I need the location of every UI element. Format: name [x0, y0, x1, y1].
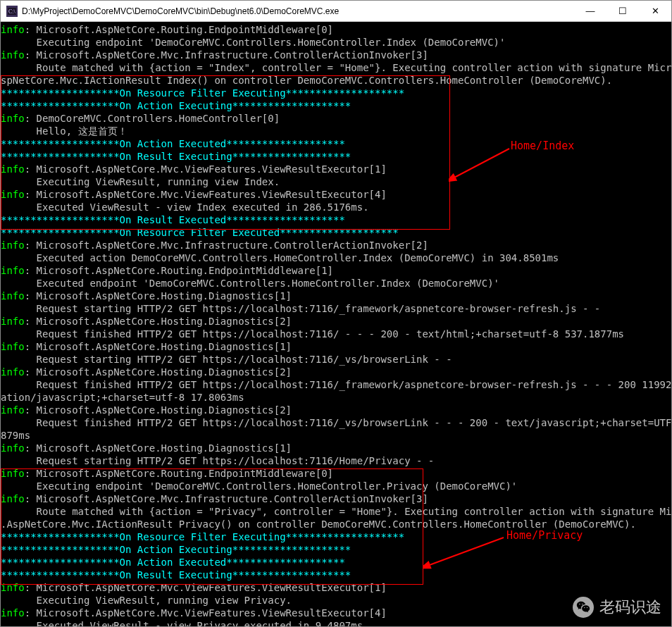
maximize-button[interactable]: ☐	[606, 1, 639, 21]
console-text: Executing endpoint 'DemoCoreMVC.Controll…	[1, 480, 517, 492]
console-line: info: Microsoft.AspNetCore.Hosting.Diagn…	[1, 442, 671, 454]
console-line: Executing endpoint 'DemoCoreMVC.Controll…	[1, 36, 671, 49]
console-text: : Microsoft.AspNetCore.Hosting.Diagnosti…	[25, 316, 292, 327]
console-text: Request finished HTTP/2 GET https://loca…	[1, 417, 671, 428]
console-text: info	[1, 163, 25, 175]
console-line: info: DemoCoreMVC.Controllers.HomeContro…	[1, 112, 671, 125]
console-line: spNetCore.Mvc.IActionResult Index() on c…	[1, 74, 671, 87]
console-text: Request starting HTTP/2 GET https://loca…	[1, 303, 600, 314]
console-line: Executed endpoint 'DemoCoreMVC.Controlle…	[1, 277, 671, 290]
console-text: info	[1, 442, 25, 454]
console-text: info	[1, 366, 25, 378]
console-text: ********************On Action Executed**…	[1, 138, 345, 149]
console-line: Route matched with {action = "Privacy", …	[1, 505, 671, 518]
app-icon: C:\	[6, 6, 18, 17]
console-text: : Microsoft.AspNetCore.Routing.EndpointM…	[25, 468, 333, 479]
console-text: : Microsoft.AspNetCore.Mvc.Infrastructur…	[25, 240, 428, 251]
console-text: info	[1, 113, 25, 124]
console-text: 879ms	[1, 430, 30, 441]
console-line: info: Microsoft.AspNetCore.Mvc.ViewFeatu…	[1, 607, 671, 619]
console-line: info: Microsoft.AspNetCore.Routing.Endpo…	[1, 23, 671, 36]
console-line: 879ms	[1, 429, 671, 442]
minimize-button[interactable]: —	[574, 1, 606, 21]
console-text: Executed ViewResult - view Privacy execu…	[1, 620, 369, 626]
console-line: ********************On Resource Filter E…	[1, 226, 671, 239]
console-text: info	[1, 189, 25, 200]
console-text: ********************On Resource Filter E…	[1, 227, 399, 238]
console-text: : Microsoft.AspNetCore.Mvc.Infrastructur…	[25, 49, 428, 61]
console-line: Request finished HTTP/2 GET https://loca…	[1, 378, 671, 391]
console-text: : Microsoft.AspNetCore.Hosting.Diagnosti…	[25, 290, 292, 302]
console-text: : Microsoft.AspNetCore.Mvc.ViewFeatures.…	[25, 163, 387, 175]
console-line: Executed ViewResult - view Privacy execu…	[1, 619, 671, 626]
console-text: Executing ViewResult, running view Priva…	[1, 595, 292, 606]
console-text: : Microsoft.AspNetCore.Hosting.Diagnosti…	[25, 366, 292, 378]
console-line: info: Microsoft.AspNetCore.Mvc.ViewFeatu…	[1, 188, 671, 201]
console-line: info: Microsoft.AspNetCore.Hosting.Diagn…	[1, 366, 671, 378]
console-text: info	[1, 265, 25, 276]
window-buttons: — ☐ ✕	[574, 1, 671, 21]
console-text: info	[1, 240, 25, 251]
console-line: Request starting HTTP/2 GET https://loca…	[1, 454, 671, 467]
console-text: : Microsoft.AspNetCore.Hosting.Diagnosti…	[25, 404, 292, 416]
console-text: : Microsoft.AspNetCore.Mvc.ViewFeatures.…	[25, 582, 387, 593]
console-line: info: Microsoft.AspNetCore.Mvc.Infrastru…	[1, 492, 671, 505]
console-line: ********************On Action Executing*…	[1, 99, 671, 112]
console-text: Route matched with {action = "Privacy", …	[1, 506, 671, 517]
console-text: Executing ViewResult, running view Index…	[1, 176, 280, 187]
console-text: ********************On Result Executing*…	[1, 569, 351, 581]
console-line: info: Microsoft.AspNetCore.Hosting.Diagn…	[1, 315, 671, 328]
console-text: Route matched with {action = "Index", co…	[1, 62, 671, 73]
console-line: ********************On Action Executed**…	[1, 556, 671, 569]
console-text: info	[1, 24, 25, 35]
window-title: D:\MyProject\DemoCoreMVC\DemoCoreMVC\bin…	[22, 6, 574, 16]
console-text: Executed endpoint 'DemoCoreMVC.Controlle…	[1, 278, 499, 289]
console-text: ********************On Resource Filter E…	[1, 87, 404, 99]
console-line: Request starting HTTP/2 GET https://loca…	[1, 302, 671, 315]
console-text: : Microsoft.AspNetCore.Routing.EndpointM…	[25, 24, 333, 35]
console-text: : Microsoft.AspNetCore.Hosting.Diagnosti…	[25, 341, 292, 352]
console-text: : Microsoft.AspNetCore.Routing.EndpointM…	[25, 265, 333, 276]
console-text: ********************On Action Executed**…	[1, 557, 345, 568]
console-line: info: Microsoft.AspNetCore.Mvc.Infrastru…	[1, 239, 671, 252]
console-text: info	[1, 582, 25, 593]
console-line: Request starting HTTP/2 GET https://loca…	[1, 353, 671, 366]
console-window: C:\ D:\MyProject\DemoCoreMVC\DemoCoreMVC…	[0, 0, 672, 627]
console-text: : DemoCoreMVC.Controllers.HomeController…	[25, 113, 280, 124]
console-line: info: Microsoft.AspNetCore.Routing.Endpo…	[1, 264, 671, 277]
console-text: ********************On Result Executed**…	[1, 214, 345, 225]
console-text: Request starting HTTP/2 GET https://loca…	[1, 354, 452, 365]
console-text: Request starting HTTP/2 GET https://loca…	[1, 455, 434, 466]
console-line: .AspNetCore.Mvc.IActionResult Privacy() …	[1, 518, 671, 530]
console-line: info: Microsoft.AspNetCore.Hosting.Diagn…	[1, 340, 671, 353]
console-line: info: Microsoft.AspNetCore.Routing.Endpo…	[1, 467, 671, 480]
console-text: : Microsoft.AspNetCore.Mvc.Infrastructur…	[25, 493, 428, 504]
console-line: Executing ViewResult, running view Index…	[1, 175, 671, 188]
console-text: : Microsoft.AspNetCore.Hosting.Diagnosti…	[25, 442, 292, 454]
console-line: info: Microsoft.AspNetCore.Mvc.ViewFeatu…	[1, 581, 671, 594]
titlebar[interactable]: C:\ D:\MyProject\DemoCoreMVC\DemoCoreMVC…	[1, 1, 671, 22]
console-text: .AspNetCore.Mvc.IActionResult Privacy() …	[1, 519, 636, 530]
console-text: Hello, 这是首页！	[1, 125, 127, 137]
console-text: info	[1, 316, 25, 327]
console-text: ********************On Result Executing*…	[1, 151, 351, 162]
console-text: Request finished HTTP/2 GET https://loca…	[1, 379, 671, 390]
console-line: Executing ViewResult, running view Priva…	[1, 594, 671, 607]
console-line: ********************On Result Executed**…	[1, 213, 671, 226]
console-line: Hello, 这是首页！	[1, 125, 671, 137]
console-text: Executed action DemoCoreMVC.Controllers.…	[1, 252, 559, 263]
console-text: ********************On Resource Filter E…	[1, 531, 404, 542]
console-text: ation/javascript;+charset=utf-8 17.8063m…	[1, 392, 244, 403]
console-line: info: Microsoft.AspNetCore.Mvc.ViewFeatu…	[1, 163, 671, 175]
console-text: Executed ViewResult - view Index execute…	[1, 201, 369, 213]
console-text: info	[1, 493, 25, 504]
console-output[interactable]: info: Microsoft.AspNetCore.Routing.Endpo…	[1, 22, 671, 626]
console-text: : Microsoft.AspNetCore.Mvc.ViewFeatures.…	[25, 607, 387, 619]
svg-text:C:\: C:\	[8, 8, 16, 15]
console-text: : Microsoft.AspNetCore.Mvc.ViewFeatures.…	[25, 189, 387, 200]
console-line: ********************On Result Executing*…	[1, 569, 671, 581]
close-button[interactable]: ✕	[639, 1, 671, 21]
console-text: info	[1, 341, 25, 352]
console-line: ********************On Action Executing*…	[1, 543, 671, 556]
console-line: info: Microsoft.AspNetCore.Mvc.Infrastru…	[1, 49, 671, 61]
